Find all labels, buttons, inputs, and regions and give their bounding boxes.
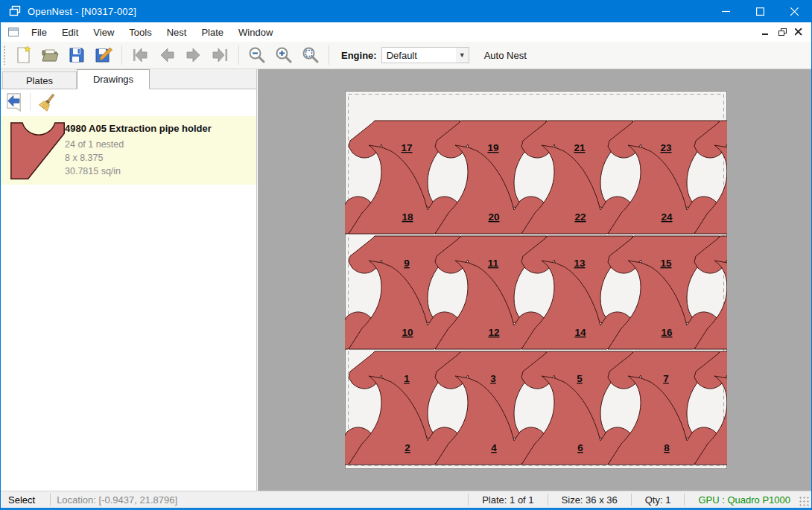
status-plate: Plate: 1 of 1 [475, 494, 541, 506]
minimize-button[interactable] [708, 0, 743, 22]
part-number: 18 [402, 211, 413, 223]
part-number: 16 [661, 327, 673, 338]
zoom-in-icon [274, 45, 294, 65]
previous-plate-button[interactable] [153, 43, 180, 67]
maximize-button[interactable] [743, 0, 777, 22]
save-icon [67, 45, 86, 65]
child-restore-button[interactable] [774, 25, 790, 39]
save-as-icon [94, 45, 113, 65]
menu-tools[interactable]: Tools [121, 24, 159, 41]
main-toolbar: Engine: Default ▼ Auto Nest [1, 42, 811, 69]
last-plate-button[interactable] [207, 43, 234, 67]
toolbar-separator [329, 45, 329, 65]
open-button[interactable] [37, 43, 63, 67]
child-minimize-button[interactable] [758, 25, 774, 39]
toolbar-separator [238, 45, 239, 65]
page-arrow-left-icon [4, 92, 24, 112]
return-to-drawings-button[interactable] [1, 91, 26, 113]
menu-window[interactable]: Window [231, 24, 280, 41]
menu-file[interactable]: File [24, 24, 54, 41]
part-number: 3 [490, 373, 496, 384]
menu-edit[interactable]: Edit [54, 24, 86, 41]
menu-view[interactable]: View [86, 24, 121, 41]
tab-plates[interactable]: Plates [2, 71, 77, 89]
last-arrow-icon [211, 45, 230, 65]
part-number: 6 [577, 442, 583, 453]
panel-toolbar-separator [30, 93, 31, 111]
opennest-window: OpenNest - [N0317-002] File Edit View To… [0, 0, 812, 510]
child-close-button[interactable] [790, 25, 807, 39]
new-document-icon [13, 45, 33, 65]
chevron-down-icon[interactable]: ▼ [456, 48, 469, 63]
part-number: 11 [488, 258, 499, 269]
part-thumbnail [1, 116, 65, 180]
part-number: 10 [402, 327, 413, 338]
new-button[interactable] [10, 43, 37, 67]
app-icon [9, 5, 21, 17]
left-panel: Plates Drawings [1, 69, 257, 491]
close-button[interactable] [777, 0, 811, 22]
drawing-nested-count: 24 of 1 nested [65, 138, 212, 151]
drawing-title: 4980 A05 Extraction pipe holder [65, 123, 212, 134]
plate-svg: 171819202122232491011121314151612345678 [345, 91, 727, 469]
part-number: 23 [660, 142, 672, 153]
part-number: 22 [574, 211, 586, 223]
part-number: 9 [404, 258, 410, 269]
part-number: 1 [404, 373, 410, 384]
resize-grip[interactable] [799, 497, 810, 507]
zoom-in-button[interactable] [270, 43, 297, 67]
part-number: 7 [663, 373, 669, 384]
part-number: 24 [661, 211, 673, 223]
part-number: 20 [488, 211, 499, 223]
nest-canvas[interactable]: 171819202122232491011121314151612345678 [258, 69, 811, 491]
part-number: 5 [577, 373, 583, 384]
toolbar-grip[interactable] [3, 45, 7, 65]
menu-nest[interactable]: Nest [159, 24, 194, 41]
toolbar-separator [121, 45, 122, 65]
window-title: OpenNest - [N0317-002] [28, 6, 136, 17]
title-bar[interactable]: OpenNest - [N0317-002] [1, 0, 811, 22]
engine-select[interactable]: Default ▼ [381, 47, 469, 63]
panel-tabs: Plates Drawings [1, 69, 256, 89]
broom-icon [37, 92, 57, 112]
drawing-area: 30.7815 sq/in [65, 165, 212, 178]
part-number: 12 [488, 327, 499, 338]
zoom-fit-button[interactable] [297, 43, 324, 67]
first-arrow-icon [130, 45, 150, 65]
next-arrow-icon [184, 45, 203, 65]
zoom-fit-icon [301, 45, 320, 65]
status-location: Location: [-0.9437, 21.8796] [57, 494, 177, 506]
menu-bar: File Edit View Tools Nest Plate Window [1, 22, 811, 42]
part-number: 14 [574, 327, 586, 338]
part-number: 17 [401, 142, 412, 153]
part-number: 2 [405, 442, 410, 453]
part-number: 8 [664, 442, 670, 453]
next-plate-button[interactable] [180, 43, 207, 67]
first-plate-button[interactable] [127, 43, 153, 67]
previous-arrow-icon [157, 45, 177, 65]
zoom-out-button[interactable] [244, 43, 270, 67]
engine-label: Engine: [341, 50, 377, 61]
drawing-list-item[interactable]: 4980 A05 Extraction pipe holder 24 of 1 … [1, 116, 256, 185]
zoom-out-icon [247, 45, 267, 65]
part-number: 19 [487, 142, 498, 153]
status-qty: Qty: 1 [638, 494, 679, 506]
status-size: Size: 36 x 36 [554, 494, 625, 506]
save-as-button[interactable] [90, 43, 117, 67]
mdi-child-icon[interactable] [7, 26, 19, 38]
tab-drawings[interactable]: Drawings [77, 69, 150, 89]
status-gpu: GPU : Quadro P1000 [691, 494, 798, 506]
status-bar: Select Location: [-0.9437, 21.8796] Plat… [1, 491, 811, 508]
part-number: 13 [574, 258, 586, 269]
save-button[interactable] [63, 43, 90, 67]
auto-nest-button[interactable]: Auto Nest [480, 47, 531, 64]
part-number: 4 [491, 442, 497, 453]
drawings-toolbar [1, 89, 256, 115]
part-number: 21 [574, 142, 586, 153]
menu-plate[interactable]: Plate [194, 24, 231, 41]
status-mode: Select [8, 494, 35, 506]
clear-drawings-button[interactable] [34, 91, 60, 113]
drawing-dimensions: 8 x 8.375 [65, 151, 212, 165]
engine-value: Default [387, 50, 417, 61]
open-folder-icon [40, 45, 60, 65]
